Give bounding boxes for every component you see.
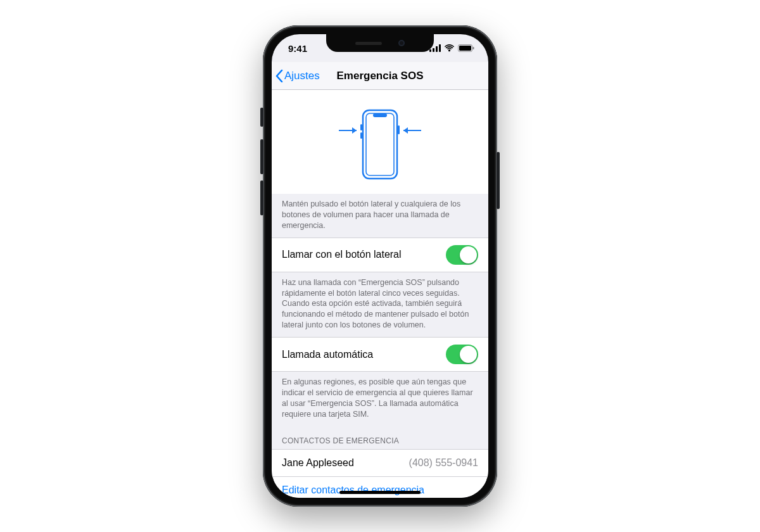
edit-contacts-label: Editar contactos de emergencia	[282, 484, 424, 496]
svg-rect-2	[436, 46, 438, 52]
screen: 9:41	[272, 34, 488, 498]
svg-rect-6	[473, 47, 474, 49]
mute-switch	[260, 108, 263, 127]
contact-name: Jane Appleseed	[282, 457, 354, 469]
illustration	[272, 90, 488, 194]
toggle-call-with-side-button[interactable]	[446, 245, 478, 265]
content[interactable]: Mantén pulsado el botón lateral y cualqu…	[272, 90, 488, 498]
volume-up	[260, 139, 263, 174]
setting-call-with-side-button: Llamar con el botón lateral	[272, 238, 488, 272]
navigation-bar: Ajustes Emergencia SOS	[272, 62, 488, 90]
svg-rect-7	[363, 110, 397, 179]
illustration-caption: Mantén pulsado el botón lateral y cualqu…	[272, 194, 488, 238]
svg-rect-9	[373, 113, 387, 117]
svg-rect-10	[398, 125, 400, 134]
edit-emergency-contacts-button[interactable]: Editar contactos de emergencia	[272, 477, 488, 498]
setting-label: Llamar con el botón lateral	[282, 249, 402, 260]
side-button	[497, 152, 500, 209]
svg-rect-0	[429, 49, 431, 52]
back-button[interactable]: Ajustes	[276, 62, 320, 89]
emergency-contacts-header: CONTACTOS DE EMERGENCIA	[272, 426, 488, 449]
setting1-description: Haz una llamada con “Emergencia SOS” pul…	[272, 272, 488, 337]
device-frame: 9:41	[263, 25, 497, 507]
svg-rect-12	[360, 132, 362, 139]
contact-phone: (408) 555-0941	[409, 457, 478, 469]
status-time: 9:41	[288, 43, 307, 54]
svg-rect-5	[459, 46, 471, 51]
volume-down	[260, 180, 263, 215]
battery-icon	[458, 44, 474, 52]
chevron-left-icon	[276, 70, 283, 82]
home-indicator	[339, 491, 421, 494]
emergency-contact-row[interactable]: Jane Appleseed (408) 555-0941	[272, 449, 488, 477]
svg-rect-11	[360, 124, 362, 130]
svg-rect-1	[433, 48, 434, 52]
svg-rect-8	[366, 113, 394, 175]
page-title: Emergencia SOS	[336, 70, 423, 82]
device-notch	[326, 34, 434, 52]
setting2-description: En algunas regiones, es posible que aún …	[272, 372, 488, 426]
svg-rect-3	[439, 44, 441, 52]
setting-auto-call: Llamada automática	[272, 337, 488, 372]
back-label: Ajustes	[284, 70, 320, 82]
setting-label: Llamada automática	[282, 349, 373, 360]
toggle-auto-call[interactable]	[446, 345, 478, 364]
wifi-icon	[444, 44, 455, 52]
